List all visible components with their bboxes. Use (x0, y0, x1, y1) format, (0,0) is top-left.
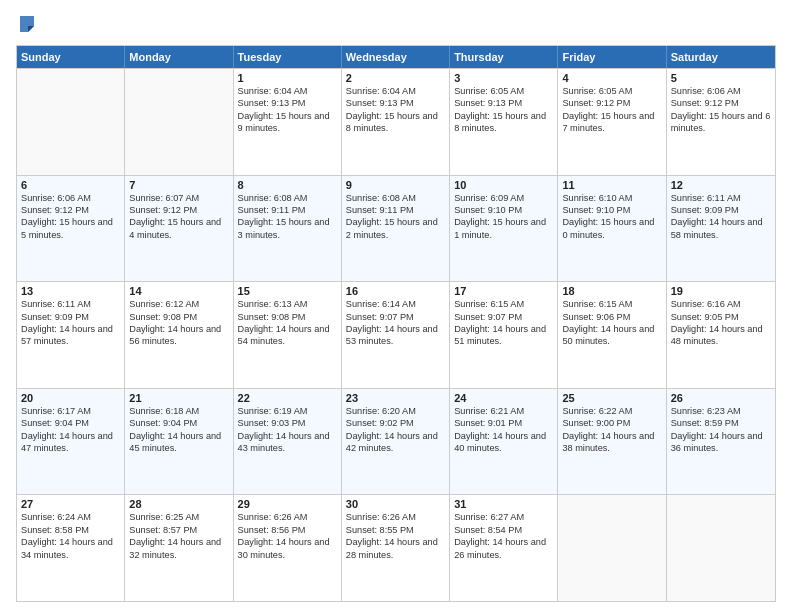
day-cell-12: 12Sunrise: 6:11 AM Sunset: 9:09 PM Dayli… (667, 176, 775, 282)
day-detail: Sunrise: 6:10 AM Sunset: 9:10 PM Dayligh… (562, 192, 661, 242)
svg-marker-0 (20, 16, 34, 32)
day-cell-10: 10Sunrise: 6:09 AM Sunset: 9:10 PM Dayli… (450, 176, 558, 282)
day-cell-2: 2Sunrise: 6:04 AM Sunset: 9:13 PM Daylig… (342, 69, 450, 175)
day-cell-28: 28Sunrise: 6:25 AM Sunset: 8:57 PM Dayli… (125, 495, 233, 601)
page: SundayMondayTuesdayWednesdayThursdayFrid… (0, 0, 792, 612)
day-cell-17: 17Sunrise: 6:15 AM Sunset: 9:07 PM Dayli… (450, 282, 558, 388)
day-detail: Sunrise: 6:09 AM Sunset: 9:10 PM Dayligh… (454, 192, 553, 242)
day-cell-26: 26Sunrise: 6:23 AM Sunset: 8:59 PM Dayli… (667, 389, 775, 495)
day-number: 4 (562, 72, 661, 84)
day-number: 10 (454, 179, 553, 191)
day-detail: Sunrise: 6:12 AM Sunset: 9:08 PM Dayligh… (129, 298, 228, 348)
day-detail: Sunrise: 6:27 AM Sunset: 8:54 PM Dayligh… (454, 511, 553, 561)
day-number: 21 (129, 392, 228, 404)
empty-cell (17, 69, 125, 175)
day-number: 24 (454, 392, 553, 404)
day-number: 13 (21, 285, 120, 297)
day-cell-11: 11Sunrise: 6:10 AM Sunset: 9:10 PM Dayli… (558, 176, 666, 282)
day-number: 30 (346, 498, 445, 510)
day-number: 5 (671, 72, 771, 84)
day-detail: Sunrise: 6:07 AM Sunset: 9:12 PM Dayligh… (129, 192, 228, 242)
day-cell-8: 8Sunrise: 6:08 AM Sunset: 9:11 PM Daylig… (234, 176, 342, 282)
day-cell-19: 19Sunrise: 6:16 AM Sunset: 9:05 PM Dayli… (667, 282, 775, 388)
day-number: 12 (671, 179, 771, 191)
day-detail: Sunrise: 6:17 AM Sunset: 9:04 PM Dayligh… (21, 405, 120, 455)
day-number: 2 (346, 72, 445, 84)
calendar-week-1: 1Sunrise: 6:04 AM Sunset: 9:13 PM Daylig… (17, 68, 775, 175)
day-cell-24: 24Sunrise: 6:21 AM Sunset: 9:01 PM Dayli… (450, 389, 558, 495)
calendar-week-5: 27Sunrise: 6:24 AM Sunset: 8:58 PM Dayli… (17, 494, 775, 601)
day-number: 6 (21, 179, 120, 191)
day-number: 28 (129, 498, 228, 510)
empty-cell (558, 495, 666, 601)
day-number: 15 (238, 285, 337, 297)
day-detail: Sunrise: 6:19 AM Sunset: 9:03 PM Dayligh… (238, 405, 337, 455)
day-cell-31: 31Sunrise: 6:27 AM Sunset: 8:54 PM Dayli… (450, 495, 558, 601)
day-cell-29: 29Sunrise: 6:26 AM Sunset: 8:56 PM Dayli… (234, 495, 342, 601)
day-number: 14 (129, 285, 228, 297)
day-detail: Sunrise: 6:11 AM Sunset: 9:09 PM Dayligh… (671, 192, 771, 242)
day-number: 23 (346, 392, 445, 404)
calendar-week-3: 13Sunrise: 6:11 AM Sunset: 9:09 PM Dayli… (17, 281, 775, 388)
day-number: 27 (21, 498, 120, 510)
day-detail: Sunrise: 6:13 AM Sunset: 9:08 PM Dayligh… (238, 298, 337, 348)
header-day-tuesday: Tuesday (234, 46, 342, 68)
header-day-thursday: Thursday (450, 46, 558, 68)
logo (16, 12, 36, 37)
day-detail: Sunrise: 6:20 AM Sunset: 9:02 PM Dayligh… (346, 405, 445, 455)
header-day-wednesday: Wednesday (342, 46, 450, 68)
day-number: 1 (238, 72, 337, 84)
day-detail: Sunrise: 6:11 AM Sunset: 9:09 PM Dayligh… (21, 298, 120, 348)
day-detail: Sunrise: 6:06 AM Sunset: 9:12 PM Dayligh… (21, 192, 120, 242)
day-detail: Sunrise: 6:05 AM Sunset: 9:13 PM Dayligh… (454, 85, 553, 135)
day-detail: Sunrise: 6:05 AM Sunset: 9:12 PM Dayligh… (562, 85, 661, 135)
day-cell-5: 5Sunrise: 6:06 AM Sunset: 9:12 PM Daylig… (667, 69, 775, 175)
day-detail: Sunrise: 6:21 AM Sunset: 9:01 PM Dayligh… (454, 405, 553, 455)
day-number: 9 (346, 179, 445, 191)
day-cell-20: 20Sunrise: 6:17 AM Sunset: 9:04 PM Dayli… (17, 389, 125, 495)
day-number: 18 (562, 285, 661, 297)
day-detail: Sunrise: 6:25 AM Sunset: 8:57 PM Dayligh… (129, 511, 228, 561)
header-day-friday: Friday (558, 46, 666, 68)
day-detail: Sunrise: 6:26 AM Sunset: 8:56 PM Dayligh… (238, 511, 337, 561)
day-cell-14: 14Sunrise: 6:12 AM Sunset: 9:08 PM Dayli… (125, 282, 233, 388)
day-number: 29 (238, 498, 337, 510)
day-number: 11 (562, 179, 661, 191)
day-cell-3: 3Sunrise: 6:05 AM Sunset: 9:13 PM Daylig… (450, 69, 558, 175)
header-day-saturday: Saturday (667, 46, 775, 68)
day-detail: Sunrise: 6:22 AM Sunset: 9:00 PM Dayligh… (562, 405, 661, 455)
day-detail: Sunrise: 6:23 AM Sunset: 8:59 PM Dayligh… (671, 405, 771, 455)
day-number: 7 (129, 179, 228, 191)
day-number: 26 (671, 392, 771, 404)
header-day-monday: Monday (125, 46, 233, 68)
empty-cell (667, 495, 775, 601)
calendar: SundayMondayTuesdayWednesdayThursdayFrid… (16, 45, 776, 602)
day-cell-30: 30Sunrise: 6:26 AM Sunset: 8:55 PM Dayli… (342, 495, 450, 601)
day-cell-25: 25Sunrise: 6:22 AM Sunset: 9:00 PM Dayli… (558, 389, 666, 495)
day-cell-18: 18Sunrise: 6:15 AM Sunset: 9:06 PM Dayli… (558, 282, 666, 388)
day-cell-1: 1Sunrise: 6:04 AM Sunset: 9:13 PM Daylig… (234, 69, 342, 175)
day-number: 19 (671, 285, 771, 297)
day-number: 31 (454, 498, 553, 510)
day-detail: Sunrise: 6:15 AM Sunset: 9:06 PM Dayligh… (562, 298, 661, 348)
day-number: 22 (238, 392, 337, 404)
day-cell-23: 23Sunrise: 6:20 AM Sunset: 9:02 PM Dayli… (342, 389, 450, 495)
calendar-week-2: 6Sunrise: 6:06 AM Sunset: 9:12 PM Daylig… (17, 175, 775, 282)
calendar-week-4: 20Sunrise: 6:17 AM Sunset: 9:04 PM Dayli… (17, 388, 775, 495)
day-cell-7: 7Sunrise: 6:07 AM Sunset: 9:12 PM Daylig… (125, 176, 233, 282)
day-cell-27: 27Sunrise: 6:24 AM Sunset: 8:58 PM Dayli… (17, 495, 125, 601)
day-cell-13: 13Sunrise: 6:11 AM Sunset: 9:09 PM Dayli… (17, 282, 125, 388)
day-cell-15: 15Sunrise: 6:13 AM Sunset: 9:08 PM Dayli… (234, 282, 342, 388)
logo-icon (18, 12, 36, 40)
day-cell-9: 9Sunrise: 6:08 AM Sunset: 9:11 PM Daylig… (342, 176, 450, 282)
header (16, 12, 776, 37)
day-detail: Sunrise: 6:08 AM Sunset: 9:11 PM Dayligh… (346, 192, 445, 242)
day-number: 25 (562, 392, 661, 404)
day-number: 20 (21, 392, 120, 404)
day-detail: Sunrise: 6:15 AM Sunset: 9:07 PM Dayligh… (454, 298, 553, 348)
day-cell-16: 16Sunrise: 6:14 AM Sunset: 9:07 PM Dayli… (342, 282, 450, 388)
day-number: 16 (346, 285, 445, 297)
header-day-sunday: Sunday (17, 46, 125, 68)
day-detail: Sunrise: 6:24 AM Sunset: 8:58 PM Dayligh… (21, 511, 120, 561)
day-detail: Sunrise: 6:26 AM Sunset: 8:55 PM Dayligh… (346, 511, 445, 561)
